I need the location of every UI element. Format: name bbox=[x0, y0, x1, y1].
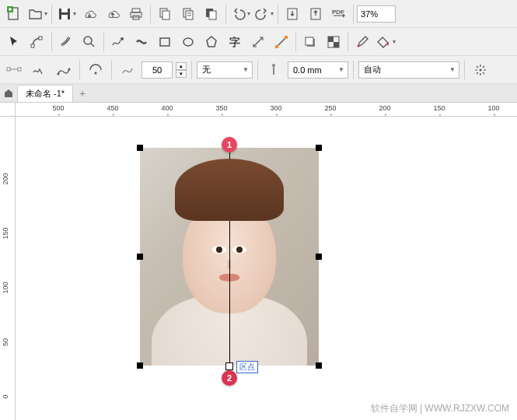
svg-rect-21 bbox=[160, 38, 169, 46]
bounding-icon[interactable] bbox=[85, 59, 107, 81]
svg-rect-17 bbox=[31, 44, 34, 47]
ruler-horizontal[interactable]: 500 450 400 350 300 250 200 150 100 bbox=[16, 103, 517, 117]
node-tooltip: 区点 bbox=[236, 361, 258, 373]
cloud-download-button[interactable] bbox=[79, 3, 100, 25]
ruler-corner bbox=[0, 103, 16, 117]
fill-tool[interactable]: ▾ bbox=[375, 31, 396, 53]
bezier-icon[interactable] bbox=[53, 59, 75, 81]
svg-rect-18 bbox=[39, 37, 42, 40]
watermark-text: 软件自学网 | WWW.RJZXW.COM bbox=[371, 402, 509, 415]
smoothing-spinner[interactable]: ▴▾ bbox=[176, 62, 187, 78]
document-tab[interactable]: 未命名 -1* bbox=[17, 85, 73, 102]
save-button[interactable]: ▾ bbox=[55, 3, 77, 25]
text-tool[interactable]: 字 bbox=[224, 31, 246, 53]
svg-point-38 bbox=[480, 68, 482, 71]
ellipse-tool[interactable] bbox=[177, 31, 199, 53]
crop-tool[interactable] bbox=[55, 31, 77, 53]
svg-rect-29 bbox=[328, 37, 334, 42]
handle-middle-right[interactable] bbox=[316, 254, 322, 260]
pdf-button[interactable]: PDF bbox=[328, 3, 350, 25]
svg-rect-4 bbox=[61, 15, 68, 19]
selected-image-object[interactable]: 1 2 区点 bbox=[140, 148, 319, 366]
canvas[interactable]: 1 2 区点 bbox=[16, 117, 517, 420]
import-button[interactable] bbox=[281, 3, 303, 25]
rectangle-tool[interactable] bbox=[154, 31, 176, 53]
workspace: 500 450 400 350 300 250 200 150 100 200 … bbox=[0, 103, 517, 420]
svg-point-36 bbox=[95, 72, 97, 74]
freehand-tool[interactable] bbox=[107, 31, 129, 53]
svg-point-35 bbox=[68, 68, 71, 70]
handle-middle-left[interactable] bbox=[137, 254, 143, 260]
corner-style-select[interactable]: 无 bbox=[197, 61, 253, 79]
svg-point-22 bbox=[183, 38, 193, 46]
outline-width-select[interactable]: 0.0 mm bbox=[288, 61, 348, 79]
export-button[interactable] bbox=[305, 3, 327, 25]
undo-button[interactable]: ▾ bbox=[229, 3, 251, 25]
annotation-marker-1: 1 bbox=[222, 137, 237, 152]
add-tab-button[interactable]: + bbox=[75, 86, 90, 101]
paste-button[interactable] bbox=[177, 3, 199, 25]
zoom-tool[interactable] bbox=[79, 31, 100, 53]
svg-point-20 bbox=[121, 37, 124, 40]
svg-rect-5 bbox=[132, 9, 140, 12]
ruler-vertical[interactable]: 200 150 100 50 0 bbox=[0, 117, 16, 420]
handle-top-left[interactable] bbox=[137, 145, 143, 151]
annotation-marker-2: 2 bbox=[222, 370, 237, 386]
svg-rect-3 bbox=[61, 9, 68, 12]
svg-rect-32 bbox=[7, 68, 10, 71]
svg-rect-25 bbox=[285, 36, 288, 39]
svg-rect-13 bbox=[209, 11, 216, 19]
svg-point-19 bbox=[84, 37, 92, 44]
main-toolbar: ▾ ▾ ▾ ▾ PDF bbox=[0, 0, 517, 28]
redo-button[interactable]: ▾ bbox=[253, 3, 274, 25]
open-button[interactable]: ▾ bbox=[26, 3, 48, 25]
new-button[interactable] bbox=[3, 3, 25, 25]
document-tabbar: 未命名 -1* + bbox=[0, 84, 517, 103]
svg-rect-9 bbox=[162, 11, 169, 19]
drop-shadow-tool[interactable] bbox=[299, 31, 321, 53]
handle-bottom-right[interactable] bbox=[316, 362, 322, 369]
svg-point-31 bbox=[358, 44, 360, 47]
zoom-input[interactable] bbox=[357, 5, 396, 23]
smoothing-input[interactable] bbox=[141, 61, 173, 79]
freehand-smoothing-icon[interactable] bbox=[28, 59, 50, 81]
transparency-tool[interactable] bbox=[323, 31, 344, 53]
svg-rect-33 bbox=[18, 68, 21, 71]
preset-icon[interactable] bbox=[3, 59, 25, 81]
svg-point-34 bbox=[58, 72, 60, 75]
cloud-upload-button[interactable] bbox=[102, 3, 124, 25]
polygon-tool[interactable] bbox=[201, 31, 222, 53]
svg-text:字: 字 bbox=[229, 36, 240, 48]
home-tab[interactable] bbox=[0, 85, 17, 102]
handle-top-right[interactable] bbox=[316, 145, 322, 151]
smoothing-icon bbox=[117, 59, 138, 81]
svg-text:PDF: PDF bbox=[332, 9, 344, 16]
outline-width-icon bbox=[263, 59, 285, 81]
eyedropper-tool[interactable] bbox=[351, 31, 373, 53]
pick-tool[interactable] bbox=[3, 31, 25, 53]
parallel-dim-tool[interactable] bbox=[247, 31, 269, 53]
handle-bottom-left[interactable] bbox=[137, 362, 143, 369]
print-button[interactable] bbox=[125, 3, 147, 25]
svg-rect-24 bbox=[275, 45, 278, 48]
copy-button[interactable] bbox=[154, 3, 176, 25]
tools-toolbar: 字 ▾ bbox=[0, 28, 517, 56]
connector-tool[interactable] bbox=[271, 31, 292, 53]
auto-select[interactable]: 自动 bbox=[358, 61, 459, 79]
duplicate-button[interactable] bbox=[201, 3, 222, 25]
shape-tool[interactable] bbox=[26, 31, 48, 53]
property-bar: ▴▾ 无 0.0 mm 自动 bbox=[0, 56, 517, 84]
svg-point-37 bbox=[272, 64, 275, 67]
svg-rect-6 bbox=[131, 12, 141, 17]
svg-rect-27 bbox=[306, 37, 313, 45]
snap-icon[interactable] bbox=[470, 59, 491, 81]
artistic-media-tool[interactable] bbox=[131, 31, 152, 53]
svg-rect-30 bbox=[334, 42, 339, 47]
node-handle[interactable] bbox=[225, 362, 233, 370]
